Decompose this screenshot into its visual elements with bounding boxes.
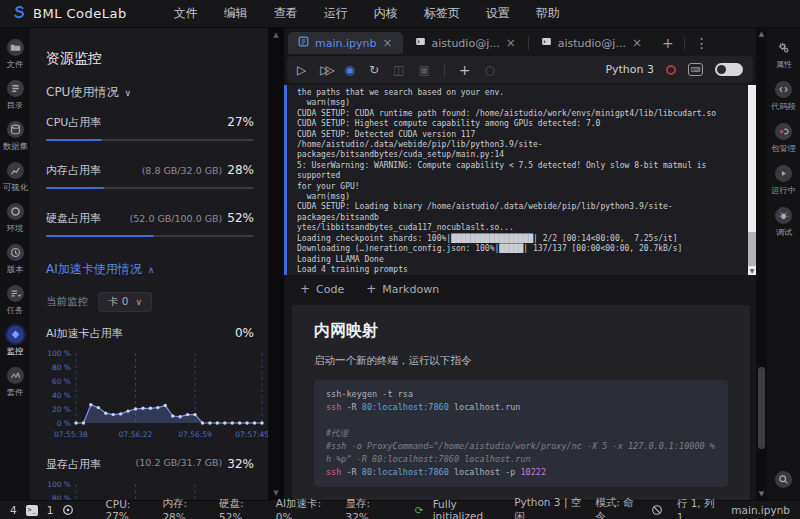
- kernel-busy-indicator: [666, 65, 676, 75]
- notebook-toolbar: ▷ ▷▷ ◉ ↻ ◫ ▣ + ○ Python 3 ⌨: [287, 56, 753, 83]
- menu-run[interactable]: 运行: [324, 5, 348, 22]
- status-ai-card: AI加速卡: 0%: [276, 497, 337, 519]
- sidebar-item-tasks[interactable]: 任务: [0, 282, 30, 321]
- sidebar-item-kit[interactable]: 套件: [0, 364, 30, 403]
- keyboard-icon[interactable]: ⌨: [688, 63, 703, 76]
- tab-terminal-2[interactable]: aistudio@j... ×: [531, 32, 652, 54]
- editor-mode[interactable]: 模式: 命令: [595, 496, 636, 519]
- scrollbar-thumb[interactable]: [758, 367, 765, 449]
- sidebar-item-datasets[interactable]: 数据集: [0, 118, 30, 157]
- svg-text:100 %: 100 %: [47, 480, 71, 489]
- close-icon[interactable]: ×: [632, 36, 642, 50]
- sidebar-item-environment[interactable]: 环境: [0, 200, 30, 239]
- close-icon[interactable]: ×: [506, 36, 516, 50]
- sidebar-item-visualization[interactable]: 可视化: [0, 159, 30, 198]
- code-block: ssh-keygen -t rsassh -R 80:localhost:786…: [314, 380, 728, 487]
- cell-actions: + Code + Markdown: [284, 275, 756, 303]
- sidebar-item-snippets[interactable]: 代码段: [769, 78, 799, 117]
- svg-text:0 %: 0 %: [57, 419, 71, 428]
- svg-text:80 %: 80 %: [52, 363, 71, 372]
- menubar: BML CodeLab 文件 编辑 查看 运行 内核 标签页 设置 帮助: [0, 0, 800, 28]
- statusbar: 4 >_ 1 CPU: 27% 内存: 28% 硬盘: 52% AI加速卡: 0…: [0, 500, 800, 519]
- menu-file[interactable]: 文件: [174, 5, 198, 22]
- tasks-icon: [7, 285, 24, 302]
- scroll-down-icon[interactable]: ▼: [273, 489, 278, 497]
- sidebar-item-files[interactable]: 文件: [0, 36, 30, 75]
- zoom-tool-button[interactable]: [769, 468, 799, 492]
- ai-card-section-header[interactable]: AI加速卡使用情况 ∧: [46, 261, 254, 278]
- notebook-scrollbar[interactable]: ▲ ▼: [756, 28, 767, 500]
- terminal-icon: [415, 36, 426, 50]
- add-code-cell-button[interactable]: + Code: [300, 282, 344, 296]
- markdown-heading: 内网映射: [314, 321, 728, 342]
- dataset-icon: [7, 121, 24, 138]
- menu-kernel[interactable]: 内核: [374, 5, 398, 22]
- menu-help[interactable]: 帮助: [536, 5, 560, 22]
- interrupt-kernel-button[interactable]: ◉: [345, 64, 355, 76]
- record-icon[interactable]: ○: [484, 64, 494, 76]
- sidebar-item-packages[interactable]: 包管理: [769, 120, 799, 159]
- add-cell-button[interactable]: +: [459, 63, 471, 77]
- run-all-button[interactable]: ▷▷: [320, 64, 330, 76]
- menu-tabs[interactable]: 标签页: [424, 5, 460, 22]
- tab-main-ipynb[interactable]: main.ipynb ×: [288, 32, 403, 54]
- console-output[interactable]: the paths that we search based on your e…: [287, 85, 748, 275]
- cursor-position[interactable]: 行 1, 列 1: [677, 497, 717, 519]
- brand-name: BML CodeLab: [33, 6, 127, 21]
- plus-icon: +: [366, 282, 376, 296]
- close-icon[interactable]: ×: [382, 36, 392, 50]
- tab-more-options-icon[interactable]: ⋮: [687, 35, 717, 51]
- terminals-count[interactable]: 4: [10, 504, 17, 516]
- left-activity-rail: 文件 目录 数据集 可视化 环境 版本: [0, 28, 30, 500]
- disk-usage-meter: 硬盘占用率 (52.0 GB/100.0 GB) 52%: [46, 211, 254, 237]
- scrollbar-thumb[interactable]: [748, 232, 756, 266]
- card-select[interactable]: 卡 0 ∨: [98, 292, 152, 312]
- notebook-icon: [298, 36, 309, 50]
- init-status[interactable]: Fully initialized: [433, 498, 505, 519]
- svg-text:07:56:22: 07:56:22: [119, 430, 153, 439]
- notifications-off-icon[interactable]: [651, 504, 663, 516]
- kernel-name[interactable]: Python 3: [605, 63, 654, 76]
- new-tab-button[interactable]: +: [654, 35, 682, 51]
- tab-terminal-1[interactable]: aistudio@j... ×: [405, 32, 526, 54]
- sidebar-item-monitor[interactable]: 监控: [0, 323, 30, 362]
- sidebar-item-toc[interactable]: 目录: [0, 77, 30, 116]
- chevron-down-icon: ∨: [124, 88, 131, 98]
- svg-text:07:56:59: 07:56:59: [178, 430, 212, 439]
- menu-settings[interactable]: 设置: [486, 5, 510, 22]
- scroll-up-icon[interactable]: ▲: [759, 30, 764, 38]
- run-cell-button[interactable]: ▷: [297, 64, 306, 76]
- bml-logo-icon: [10, 4, 26, 24]
- status-vram: 显存: 32%: [345, 497, 393, 519]
- sync-icon: ⟳: [415, 504, 424, 516]
- active-filename: main.ipynb: [731, 504, 790, 516]
- sidebar-item-debugger[interactable]: 调试: [769, 204, 799, 243]
- memory-usage-meter: 内存占用率 (8.8 GB/32.0 GB) 28%: [46, 163, 254, 189]
- svg-text:40 %: 40 %: [52, 391, 71, 400]
- pause-button[interactable]: ◫: [393, 64, 404, 76]
- sidebar-item-running[interactable]: 运行中: [769, 162, 799, 201]
- kernels-count[interactable]: 1: [47, 504, 54, 516]
- output-scrollbar[interactable]: ▼: [748, 85, 756, 275]
- search-icon: [775, 471, 792, 488]
- scroll-down-icon[interactable]: ▼: [748, 266, 756, 275]
- menu-view[interactable]: 查看: [274, 5, 298, 22]
- sidebar-item-versions[interactable]: 版本: [0, 241, 30, 280]
- visualization-icon: [7, 162, 24, 179]
- markdown-cell[interactable]: 内网映射 启动一个新的终端，运行以下指令 ssh-keygen -t rsass…: [292, 305, 750, 501]
- scroll-up-icon[interactable]: ▲: [273, 31, 278, 39]
- kernel-status[interactable]: Python 3 | 空闲: [514, 496, 586, 519]
- sidebar-item-properties[interactable]: 属性: [769, 36, 799, 75]
- menu-edit[interactable]: 编辑: [224, 5, 248, 22]
- save-button[interactable]: ▣: [418, 64, 429, 76]
- tabbar: main.ipynb × aistudio@j... × aistudio@j.…: [284, 28, 756, 55]
- add-markdown-cell-button[interactable]: + Markdown: [366, 282, 439, 296]
- restart-kernel-button[interactable]: ↻: [369, 64, 379, 76]
- version-icon: [7, 244, 24, 261]
- chevron-up-icon: ∧: [148, 265, 155, 275]
- cpu-section-header[interactable]: CPU使用情况 ∨: [46, 84, 254, 101]
- view-toggle[interactable]: [715, 63, 743, 76]
- ai-card-usage-chart: AI加速卡占用率 0% 0 %20 %40 %60 %80 %100 %07:5…: [46, 326, 254, 445]
- kernel-icon: [62, 504, 74, 516]
- panel-scrollbar[interactable]: ▲ ▼: [268, 28, 284, 500]
